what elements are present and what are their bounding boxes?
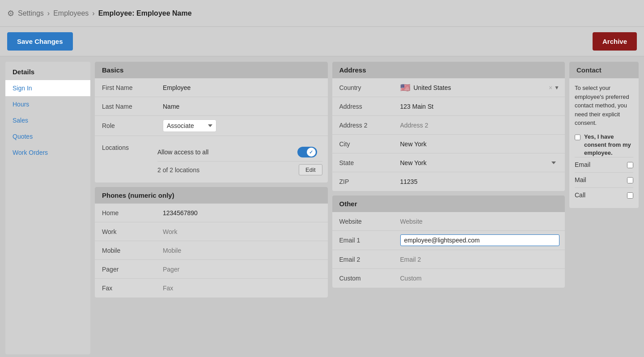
email2-input[interactable] — [400, 256, 560, 263]
address1-input[interactable] — [400, 103, 560, 110]
sidebar-item-signin[interactable]: Sign In — [5, 80, 90, 96]
locations-count: 2 of 2 locations — [157, 166, 199, 174]
address-header: Address — [332, 62, 565, 78]
email1-label: Email 1 — [332, 233, 395, 247]
sidebar-item-sales[interactable]: Sales — [5, 112, 90, 128]
phone-work-value — [157, 225, 328, 239]
website-input[interactable] — [400, 218, 560, 225]
country-clear-icon[interactable]: × — [549, 84, 552, 91]
address-panel: Address Country 🇺🇸 United States × ▼ — [332, 62, 565, 191]
contact-header: Contact — [569, 62, 639, 78]
contact-mail-checkbox[interactable] — [627, 177, 633, 183]
content-area: Basics First Name Last Name — [95, 62, 639, 354]
address-body: Country 🇺🇸 United States × ▼ — [332, 78, 565, 191]
phone-fax-input[interactable] — [163, 285, 322, 292]
address1-value — [395, 99, 565, 114]
country-dropdown-icon[interactable]: ▼ — [554, 85, 559, 91]
phone-home-label: Home — [95, 206, 157, 220]
save-button[interactable]: Save Changes — [7, 32, 73, 51]
breadcrumb-current: Employee: Employee Name — [98, 9, 192, 17]
basics-panel: Basics First Name Last Name — [95, 62, 328, 183]
zip-input[interactable] — [400, 178, 560, 185]
top-bar: ⚙ Settings › Employees › Employee: Emplo… — [0, 0, 644, 27]
sidebar-item-quotes[interactable]: Quotes — [5, 128, 90, 144]
firstname-input[interactable] — [163, 84, 322, 91]
role-row: Role Associate Manager Admin — [95, 116, 328, 136]
contact-call-checkbox[interactable] — [627, 192, 633, 199]
sidebar: Details Sign In Hours Sales Quotes Work … — [5, 62, 90, 354]
archive-button[interactable]: Archive — [593, 32, 637, 51]
country-row: Country 🇺🇸 United States × ▼ — [332, 78, 565, 97]
firstname-row: First Name — [95, 78, 328, 97]
email2-label: Email 2 — [332, 252, 395, 267]
breadcrumb-sep2: › — [92, 9, 94, 17]
custom-row: Custom — [332, 269, 565, 288]
role-label: Role — [95, 119, 157, 133]
toggle-check-icon: ✓ — [309, 149, 313, 155]
right-panels: Address Country 🇺🇸 United States × ▼ — [332, 62, 565, 354]
sidebar-item-hours[interactable]: Hours — [5, 96, 90, 112]
contact-body: To select your employee's preferred cont… — [569, 78, 639, 208]
contact-call-row: Call — [575, 187, 633, 203]
contact-mail-row: Mail — [575, 172, 633, 187]
toggle-row: Allow access to all ✓ — [157, 143, 322, 159]
left-panels: Basics First Name Last Name — [95, 62, 328, 354]
firstname-value — [157, 81, 328, 95]
role-select[interactable]: Associate Manager Admin — [163, 119, 216, 132]
lastname-input[interactable] — [163, 103, 322, 110]
other-header: Other — [332, 196, 565, 212]
zip-label: ZIP — [332, 174, 395, 189]
address1-label: Address — [332, 99, 395, 114]
phone-fax-row: Fax — [95, 279, 328, 298]
contact-email-checkbox[interactable] — [627, 162, 633, 168]
firstname-label: First Name — [95, 81, 157, 95]
address2-input[interactable] — [400, 122, 560, 129]
phone-pager-row: Pager — [95, 260, 328, 279]
consent-checkbox[interactable] — [575, 134, 580, 140]
phone-mobile-row: Mobile — [95, 241, 328, 260]
city-input[interactable] — [400, 140, 560, 148]
locations-edit-button[interactable]: Edit — [299, 164, 322, 175]
phones-body: Home Work Mobile — [95, 204, 328, 298]
email1-value — [395, 231, 565, 250]
phone-home-row: Home — [95, 204, 328, 222]
phone-fax-label: Fax — [95, 281, 157, 295]
custom-input[interactable] — [400, 275, 560, 282]
phone-work-label: Work — [95, 225, 157, 239]
breadcrumb: ⚙ Settings › Employees › Employee: Emplo… — [7, 8, 192, 18]
us-flag-icon: 🇺🇸 — [400, 83, 410, 93]
email1-input[interactable] — [400, 234, 560, 246]
city-label: City — [332, 137, 395, 151]
phone-pager-label: Pager — [95, 262, 157, 276]
zip-row: ZIP — [332, 172, 565, 191]
basics-header: Basics — [95, 62, 328, 78]
phone-mobile-label: Mobile — [95, 243, 157, 258]
zip-value — [395, 174, 565, 189]
state-select[interactable]: New York California Texas — [400, 159, 560, 166]
email1-row: Email 1 — [332, 231, 565, 250]
phone-pager-input[interactable] — [163, 266, 322, 273]
phone-work-input[interactable] — [163, 228, 322, 235]
contact-panel-box: Contact To select your employee's prefer… — [569, 62, 639, 208]
phone-work-row: Work — [95, 222, 328, 241]
lastname-row: Last Name — [95, 97, 328, 116]
country-value: 🇺🇸 United States × ▼ — [395, 79, 565, 96]
country-name: United States — [414, 84, 547, 91]
email2-row: Email 2 — [332, 250, 565, 269]
sidebar-item-workorders[interactable]: Work Orders — [5, 144, 90, 161]
custom-label: Custom — [332, 271, 395, 285]
consent-label: Yes, I have consent from my employee. — [584, 133, 633, 157]
phone-home-input[interactable] — [163, 209, 322, 217]
access-toggle[interactable]: ✓ — [297, 147, 317, 157]
toggle-label: Allow access to all — [157, 149, 208, 156]
phone-mobile-input[interactable] — [163, 247, 322, 254]
email2-value — [395, 252, 565, 267]
address2-label: Address 2 — [332, 118, 395, 132]
custom-value — [395, 271, 565, 285]
breadcrumb-employees: Employees — [53, 9, 89, 17]
phones-header: Phones (numeric only) — [95, 187, 328, 204]
lastname-value — [157, 99, 328, 114]
contact-panel: Contact To select your employee's prefer… — [569, 62, 639, 354]
state-value: New York California Texas — [395, 156, 565, 170]
phone-home-value — [157, 206, 328, 220]
